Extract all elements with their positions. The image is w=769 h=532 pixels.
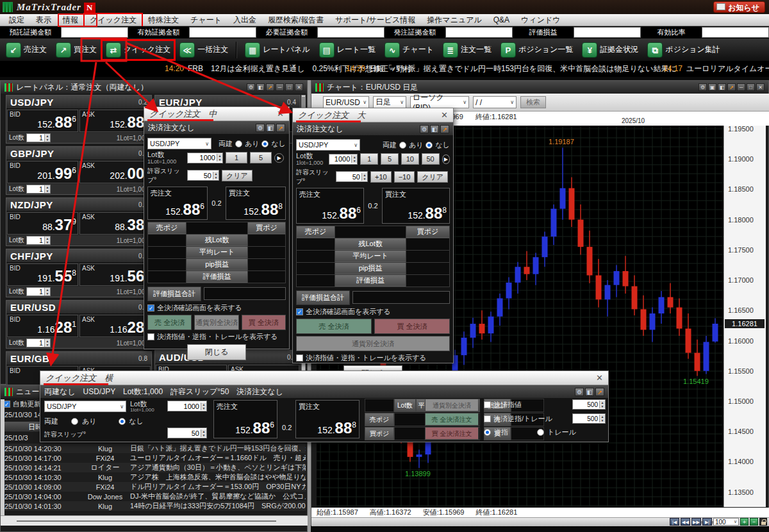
popout-icon[interactable]: ➚ [595,388,604,396]
menu-item-2[interactable]: 情報 [58,14,83,26]
more-presets-icon[interactable]: ▶ [442,154,450,164]
lot-input[interactable]: 1▲▼ [26,185,51,194]
sell-position-header[interactable]: 売ポジ [297,226,335,238]
lot-preset-button-1[interactable]: 1 [226,152,247,163]
radio-なし[interactable] [426,142,433,149]
menu-item-10[interactable]: Q&A [488,15,515,25]
news-row-1[interactable]: 25/10/30 14:17:00FXi24ユーロリアルタイムオーダー＝1.16… [4,453,306,463]
ask-button[interactable]: ASK152.888 [79,110,151,132]
news-row-2[interactable]: 25/10/30 14:14:21ロイターアジア通貨動向（30日）＝小動き、ペソ… [4,463,306,472]
lot-preset-button-50[interactable]: 50 [422,153,440,165]
spinner-arrows-icon[interactable]: ▲▼ [44,134,50,142]
news-row-6[interactable]: 25/10/30 14:01:30Klug14時の日経平均は333円安の5万10… [4,501,306,511]
chart-timeframe-select[interactable]: 日足∨ [373,96,406,108]
pair-close-all-button[interactable]: 通貨別全決済 [194,315,238,330]
lock-icon[interactable] [759,518,767,526]
pair-select[interactable]: USD/JPY∨ [44,401,126,412]
zoom-out-icon[interactable]: − [750,518,758,526]
pair-select[interactable]: USD/JPY∨ [296,139,360,151]
toolbar-sell-arrow-button[interactable]: ↙売注文 [3,41,50,59]
buy-order-button[interactable]: 買注文152.888 [382,188,450,224]
menu-item-1[interactable]: 表示 [31,14,56,26]
slip-input[interactable]: 50▲▼ [167,428,207,438]
stop-trail-checkbox[interactable] [484,415,491,422]
pair-close-all-button[interactable]: 通貨別全決済 [425,399,479,411]
news-row-0[interactable]: 25/10/30 14:20:30Klug日銀「ハト派」据え置きでドル円一時15… [4,444,306,453]
radio-トレール[interactable] [537,429,544,436]
ask-button[interactable]: ASK191.567 [79,263,151,286]
menu-item-0[interactable]: 設定 [4,14,29,26]
sell-order-button[interactable]: 売注文152.886 [213,400,277,438]
bid-button[interactable]: BID191.558 [7,263,78,286]
spinner-arrows-icon[interactable]: ▲▼ [361,173,367,181]
lot-preset-button-5[interactable]: 5 [250,152,272,163]
last-page-icon[interactable]: ▶| [702,518,712,526]
spinner-arrows-icon[interactable]: ▲▼ [213,172,219,179]
menu-item-6[interactable]: 入出金 [228,14,261,26]
palette-icon[interactable]: ◧ [718,83,726,91]
bid-button[interactable]: BID88.379 [7,212,78,235]
lot-input[interactable]: 1▲▼ [26,287,51,296]
spinner-arrows-icon[interactable]: ▲▼ [44,185,50,193]
news-hscrollbar[interactable] [1,515,308,526]
news-hscrollbar-thumb[interactable] [17,520,276,522]
sell-close-all-button[interactable]: 売 全決済注文 [425,413,479,426]
ifd-checkbox[interactable] [296,354,303,362]
toolbar-rate-list-button[interactable]: ▤レート一覧 [316,41,379,59]
news-row-3[interactable]: 25/10/30 14:10:30Klugアジア株 上海株急反落、米中首脳会談は… [4,472,306,482]
gear-icon[interactable]: ⚙ [699,83,707,91]
minimize-icon[interactable]: ─ [737,83,745,91]
slip-input[interactable]: 50▲▼ [187,170,219,181]
pair-close-all-button[interactable]: 通貨別全決済 [296,336,450,351]
first-page-icon[interactable]: |◀ [670,518,679,526]
ifd-checkbox[interactable] [147,333,154,340]
menu-item-9[interactable]: 操作マニュアル [422,14,486,26]
spinner-arrows-icon[interactable]: ▲▼ [599,415,605,422]
sell-order-button[interactable]: 売注文152.886 [147,187,208,220]
menu-item-3[interactable]: クイック注文 [85,14,142,26]
bid-button[interactable]: BID1.16281 [7,315,78,337]
ask-button[interactable]: ASK88.388 [79,212,151,235]
close-icon[interactable]: ✕ [596,373,603,383]
lot-preset-button-10[interactable]: 10 [401,153,419,165]
limit-checkbox[interactable] [484,401,491,408]
menu-item-7[interactable]: 履歴検索/報告書 [263,14,329,26]
radio-あり[interactable] [71,418,78,425]
buy-close-all-button[interactable]: 買 全決済 [242,315,286,330]
radio-なし[interactable] [119,418,126,425]
save-icon[interactable]: ▣ [708,83,716,91]
lot-input[interactable]: 1▲▼ [26,338,51,347]
spinner-arrows-icon[interactable]: ▲▼ [217,154,222,162]
slip-button-クリア[interactable]: クリア [417,171,448,183]
gear-icon[interactable]: ⚙ [420,125,429,133]
toolbar-rate-panel-button[interactable]: ▦レートパネル [242,41,313,59]
close-icon[interactable]: ✕ [277,109,284,119]
notice-button[interactable]: お知らせ [713,1,765,13]
ask-button[interactable]: ASK1.16285 [79,315,151,337]
sell-order-button[interactable]: 売注文152.886 [296,188,364,224]
spinner-arrows-icon[interactable]: ▲▼ [44,288,50,295]
gear-icon[interactable]: ⚙ [247,83,255,91]
slip-button-クリア[interactable]: クリア [222,170,252,181]
news-row-4[interactable]: 25/10/30 14:09:00FXi24ドル円リアルタイムオーダー＝153.… [4,482,306,492]
limit-input[interactable]: 500▲▼ [572,399,606,410]
spinner-arrows-icon[interactable]: ▲▼ [201,429,206,437]
toolbar-margin-status-button[interactable]: ¥証拠金状況 [579,41,641,59]
menu-item-5[interactable]: チャート [185,14,227,26]
ask-button[interactable]: ASK202.005 [79,161,151,183]
row-buy-pos-label[interactable]: 買ポジ [365,427,394,440]
close-icon[interactable]: ✕ [441,110,448,120]
toolbar-quick-order-button[interactable]: ⇄クイック注文 [103,41,174,59]
palette-icon[interactable]: ◧ [585,388,594,396]
radio-逆指[interactable] [484,429,491,436]
sell-close-all-button[interactable]: 売 全決済 [147,315,192,330]
bid-button[interactable]: BID201.996 [7,161,78,183]
buy-close-all-button[interactable]: 買 全決済注文 [425,427,479,440]
buy-position-header[interactable]: 買ポジ [248,222,286,234]
pair-select[interactable]: USD/JPY∨ [147,138,211,149]
buy-order-button[interactable]: 買注文152.888 [295,400,360,438]
popout-icon[interactable]: ➚ [727,83,736,91]
gear-icon[interactable]: ⚙ [575,388,584,396]
news-vscrollbar[interactable] [1,399,4,515]
toolbar-order-list-button[interactable]: ≣注文一覧 [440,41,495,59]
